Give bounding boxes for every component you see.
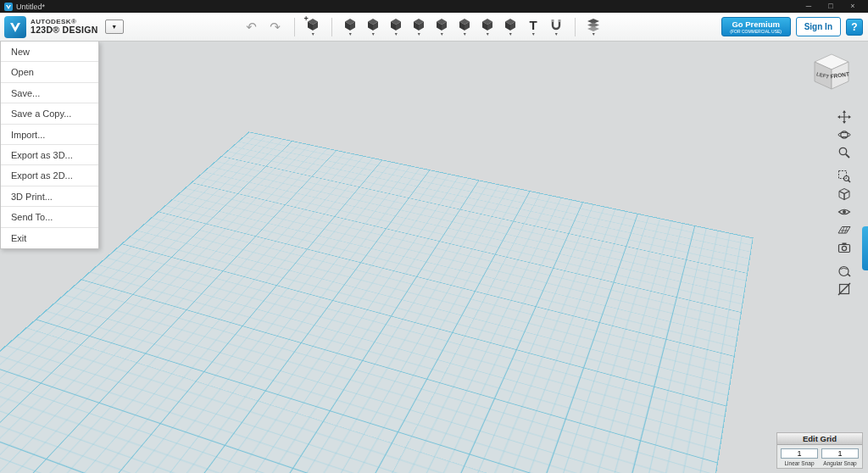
titlebar: Untitled* ─ □ ×	[0, 0, 868, 13]
material-sphere-icon	[837, 264, 851, 278]
menu-item-exit[interactable]: Exit	[1, 228, 98, 248]
tool-construct[interactable]: ▾	[387, 18, 405, 36]
go-premium-sublabel: (FOR COMMERCIAL USE)	[730, 29, 782, 34]
grid-toggle-icon	[837, 223, 851, 236]
tool-strip: ↶ ↷ + ▾ ▾ ▾ ▾ ▾	[124, 18, 721, 36]
3d-viewport[interactable]	[0, 42, 868, 473]
chevron-down-icon: ▾	[349, 32, 352, 36]
tool-pattern[interactable]: ▾	[433, 18, 451, 36]
menu-item-new[interactable]: New	[1, 42, 98, 62]
view-mode-button[interactable]	[835, 185, 853, 203]
menu-item-save-a-copy[interactable]: Save a Copy...	[1, 103, 98, 124]
menu-item-export-2d[interactable]: Export as 2D...	[1, 165, 98, 186]
plus-badge-icon: +	[304, 14, 309, 23]
brand-text: AUTODESK® 123D® DESIGN	[31, 19, 98, 35]
chevron-down-icon: ▾	[395, 32, 398, 36]
navigation-toolbar	[835, 108, 853, 298]
app-icon	[4, 3, 13, 11]
edit-grid-title[interactable]: Edit Grid	[777, 433, 862, 445]
orbit-icon	[837, 128, 851, 142]
file-menu: New Open Save... Save a Copy... Import..…	[0, 42, 99, 249]
tool-grouping[interactable]: ▾	[456, 18, 474, 36]
undo-icon: ↶	[246, 19, 257, 34]
account-area: Go Premium (FOR COMMERCIAL USE) Sign In …	[721, 17, 868, 36]
grouping-icon	[458, 18, 471, 31]
help-icon: ?	[851, 21, 857, 33]
canvas-area: LEFT FRONT	[0, 42, 868, 473]
go-premium-button[interactable]: Go Premium (FOR COMMERCIAL USE)	[721, 17, 791, 36]
screenshot-button[interactable]	[835, 238, 853, 256]
ground-grid	[0, 131, 754, 473]
fit-view-button[interactable]	[835, 167, 853, 185]
outline-view-button[interactable]	[835, 280, 853, 298]
angular-snap-label: Angular Snap	[823, 460, 856, 466]
view-cube-icon	[837, 187, 851, 201]
toolbar-separator	[331, 18, 332, 36]
transform-icon	[343, 18, 357, 31]
chevron-down-icon: ▾	[418, 32, 420, 36]
chevron-down-icon: ▾	[487, 32, 489, 36]
tool-measure[interactable]: ▾	[502, 18, 520, 36]
menu-item-export-3d[interactable]: Export as 3D...	[1, 145, 98, 165]
chevron-down-icon: ▾	[509, 32, 512, 36]
main-toolbar: AUTODESK® 123D® DESIGN ▼ ↶ ↷ + ▾ ▾	[0, 13, 868, 42]
menu-item-save[interactable]: Save...	[1, 83, 98, 103]
pan-icon	[837, 110, 851, 124]
brand: AUTODESK® 123D® DESIGN ▼	[0, 16, 124, 38]
tool-primitives[interactable]: + ▾	[304, 18, 322, 36]
visibility-button[interactable]	[835, 203, 853, 220]
chevron-down-icon: ▾	[441, 32, 443, 36]
menu-item-3d-print[interactable]: 3D Print...	[1, 186, 98, 207]
brand-line2: 123D® DESIGN	[31, 25, 98, 35]
angular-snap-input[interactable]	[821, 448, 859, 459]
chevron-down-icon: ▾	[464, 32, 466, 36]
tool-modify[interactable]: ▾	[410, 18, 428, 36]
minimize-button[interactable]: ─	[798, 0, 820, 13]
grid-toggle-button[interactable]	[835, 220, 853, 238]
close-button[interactable]: ×	[842, 0, 864, 13]
pan-button[interactable]	[835, 108, 853, 125]
fit-view-icon	[837, 170, 851, 183]
sketch-icon	[366, 18, 380, 31]
construct-icon	[389, 18, 403, 31]
maximize-button[interactable]: □	[820, 0, 842, 13]
linear-snap-input[interactable]	[781, 448, 818, 459]
linear-snap-label: Linear Snap	[784, 460, 814, 466]
redo-icon: ↷	[270, 19, 281, 34]
sign-in-button[interactable]: Sign In	[796, 17, 841, 36]
tool-material[interactable]: ▾	[585, 18, 603, 36]
snap-icon	[549, 18, 563, 31]
zoom-icon	[837, 146, 851, 159]
help-button[interactable]: ?	[846, 19, 863, 36]
material-view-button[interactable]	[835, 262, 853, 280]
orbit-button[interactable]	[835, 125, 853, 143]
undo-button[interactable]: ↶	[242, 19, 261, 36]
file-menu-button[interactable]: ▼	[105, 19, 124, 34]
redo-button[interactable]: ↷	[266, 19, 285, 36]
tool-combine[interactable]: ▾	[479, 18, 497, 36]
sign-in-label: Sign In	[804, 22, 832, 31]
tool-text[interactable]: T ▾	[525, 19, 542, 36]
modify-icon	[412, 18, 426, 31]
menu-item-open[interactable]: Open	[1, 62, 98, 82]
camera-icon	[837, 241, 851, 254]
go-premium-label: Go Premium	[732, 20, 780, 29]
tool-snap[interactable]: ▾	[548, 18, 565, 36]
edit-grid-panel: Edit Grid Linear Snap Angular Snap	[776, 432, 863, 469]
right-panel-handle[interactable]	[862, 226, 868, 270]
window-title: Untitled*	[16, 3, 45, 11]
tool-transform[interactable]: ▾	[342, 18, 359, 36]
chevron-down-icon: ▼	[111, 24, 117, 30]
toolbar-separator	[575, 18, 576, 36]
chevron-down-icon: ▾	[532, 32, 535, 36]
measure-icon	[504, 18, 517, 31]
chevron-down-icon: ▾	[593, 32, 595, 36]
menu-item-send-to[interactable]: Send To...	[1, 207, 98, 227]
tool-sketch[interactable]: ▾	[364, 18, 382, 36]
chevron-down-icon: ▾	[555, 32, 558, 36]
zoom-button[interactable]	[835, 143, 853, 161]
app-logo-icon	[4, 16, 26, 38]
material-icon	[587, 18, 600, 31]
menu-item-import[interactable]: Import...	[1, 125, 98, 145]
view-cube[interactable]: LEFT FRONT	[805, 48, 858, 94]
